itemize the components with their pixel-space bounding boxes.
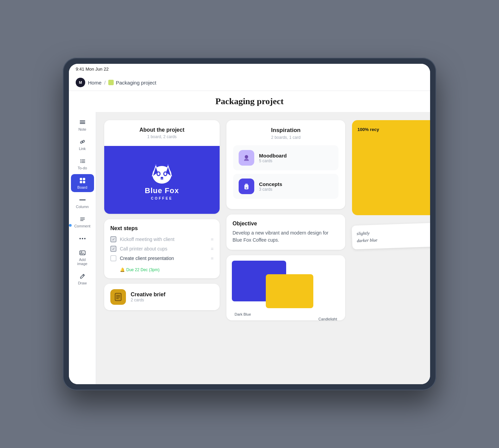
draw-icon — [79, 273, 86, 280]
current-page: Packaging project — [108, 80, 156, 86]
todo-icon — [79, 157, 86, 165]
yellow-partial-card: 100% recy — [352, 120, 430, 215]
project-color-dot — [108, 80, 114, 85]
concepts-item[interactable]: Concepts 3 cards — [233, 174, 338, 199]
link-icon — [79, 138, 86, 146]
objective-card[interactable]: Objective Develop a new vibrant and mode… — [226, 214, 345, 250]
sidebar-item-todo[interactable]: To-do — [71, 155, 94, 173]
status-bar: 9:41 Mon Jun 22 — [69, 64, 430, 74]
fox-logo-text: Blue Fox — [145, 186, 179, 195]
brief-icon — [110, 289, 126, 305]
svg-point-12 — [79, 238, 81, 239]
svg-rect-36 — [245, 184, 248, 185]
svg-point-34 — [245, 155, 248, 158]
drag-handle-presentation: ≡ — [211, 256, 214, 261]
add-image-icon — [79, 249, 86, 257]
sidebar: Note Link — [69, 112, 96, 384]
brief-title: Creative brief — [131, 292, 165, 298]
svg-point-37 — [246, 187, 247, 189]
swatches-container: Dark Blue Candlelight — [232, 261, 340, 315]
moodboard-info: Moodboard 5 cards — [259, 153, 287, 163]
objective-title: Objective — [233, 221, 339, 227]
svg-point-28 — [167, 164, 169, 166]
fox-logo: Blue Fox COFFEE — [145, 160, 179, 200]
sidebar-item-link[interactable]: Link — [71, 135, 94, 153]
sidebar-board-label: Board — [77, 185, 87, 189]
sidebar-item-note[interactable]: Note — [71, 116, 94, 134]
sidebar-item-add-image[interactable]: Add image — [71, 246, 94, 268]
home-link[interactable]: Home — [88, 80, 101, 86]
comment-icon — [79, 216, 86, 223]
todo-item-printer[interactable]: Call printer about cups ≡ — [110, 246, 214, 252]
status-date: Mon Jun 22 — [86, 67, 109, 72]
moodboard-icon — [239, 150, 254, 166]
todo-checkbox-kickoff[interactable] — [110, 236, 116, 242]
concepts-title: Concepts — [259, 181, 282, 187]
svg-point-19 — [152, 166, 171, 184]
creative-brief-card[interactable]: Creative brief 2 cards — [104, 284, 220, 310]
main-content: Note Link — [69, 112, 430, 384]
column-icon — [79, 196, 86, 204]
about-project-card[interactable]: About the project 1 board, 2 cards — [104, 120, 220, 214]
sidebar-item-more[interactable] — [71, 232, 94, 245]
canvas-area: About the project 1 board, 2 cards — [96, 112, 430, 384]
hero-image: Blue Fox COFFEE — [104, 146, 220, 214]
drag-handle-printer: ≡ — [211, 246, 214, 251]
moodboard-item[interactable]: Moodboard 5 cards — [233, 145, 338, 170]
objective-inner: Objective Develop a new vibrant and mode… — [226, 214, 345, 250]
next-steps-title: Next steps — [110, 225, 214, 231]
color-swatches-card[interactable]: Dark Blue Candlelight — [226, 255, 345, 320]
sidebar-link-label: Link — [79, 147, 86, 151]
svg-point-27 — [155, 164, 157, 166]
due-date-text: Due 22 Dec (3pm) — [126, 267, 160, 272]
sidebar-item-column[interactable]: Column — [71, 193, 94, 211]
next-steps-card[interactable]: Next steps Kickoff meeting with client ≡ — [104, 219, 220, 278]
recycled-text: 100% recy — [357, 127, 430, 132]
svg-rect-5 — [83, 178, 85, 180]
swatches-wrapper: Dark Blue Candlelight — [226, 255, 345, 320]
sidebar-item-board[interactable]: Board — [71, 174, 94, 192]
status-time: 9:41 — [76, 67, 84, 72]
page-title: Packaging project — [76, 96, 423, 107]
sidebar-todo-label: To-do — [78, 166, 87, 170]
todo-checkbox-presentation[interactable] — [110, 255, 116, 261]
concepts-count: 3 cards — [259, 187, 282, 192]
svg-rect-3 — [80, 160, 81, 160]
objective-text: Develop a new vibrant and modern design … — [233, 229, 339, 244]
next-steps-inner: Next steps Kickoff meeting with client ≡ — [104, 219, 220, 278]
note-icon — [79, 119, 86, 126]
swatch-yellow-label: Candlelight — [318, 317, 337, 320]
creative-brief-inner: Creative brief 2 cards — [104, 284, 220, 310]
todo-list: Kickoff meeting with client ≡ Call print… — [110, 236, 214, 272]
sidebar-item-comment[interactable]: Comment — [71, 213, 94, 231]
board-icon — [79, 177, 86, 184]
svg-point-24 — [158, 172, 160, 175]
swatch-blue-label: Dark Blue — [235, 312, 251, 316]
due-date: 🔔 Due 22 Dec (3pm) — [110, 267, 214, 272]
bell-icon: 🔔 — [120, 267, 125, 272]
fox-logo-sub: COFFEE — [151, 197, 173, 200]
sidebar-note-label: Note — [78, 127, 86, 131]
svg-point-26 — [161, 177, 163, 179]
todo-item-presentation[interactable]: Create client presentation ≡ — [110, 255, 214, 261]
device-frame: 9:41 Mon Jun 22 M Home / Packaging proje… — [63, 58, 436, 390]
breadcrumb: Home / Packaging project — [88, 80, 156, 86]
inspiration-inner: Inspiration 2 boards, 1 card — [226, 120, 345, 209]
todo-item-kickoff[interactable]: Kickoff meeting with client ≡ — [110, 236, 214, 242]
handwriting-note: slightly darker blue — [352, 222, 430, 249]
todo-checkbox-printer[interactable] — [110, 246, 116, 252]
breadcrumb-separator: / — [104, 80, 106, 86]
nav-logo: M — [76, 78, 85, 87]
moodboard-title: Moodboard — [259, 153, 287, 158]
sidebar-item-draw[interactable]: Draw — [71, 270, 94, 288]
column-1: About the project 1 board, 2 cards — [104, 120, 220, 310]
sidebar-draw-label: Draw — [78, 281, 87, 285]
sidebar-addimage-label: Add image — [75, 258, 90, 266]
current-page-label: Packaging project — [116, 80, 156, 86]
svg-point-14 — [84, 238, 86, 239]
sidebar-comment-label: Comment — [74, 224, 91, 228]
svg-point-25 — [164, 172, 166, 175]
inspiration-card[interactable]: Inspiration 2 boards, 1 card — [226, 120, 345, 209]
todo-text-presentation: Create client presentation — [120, 256, 207, 261]
inspiration-subtitle: 2 boards, 1 card — [233, 135, 338, 140]
